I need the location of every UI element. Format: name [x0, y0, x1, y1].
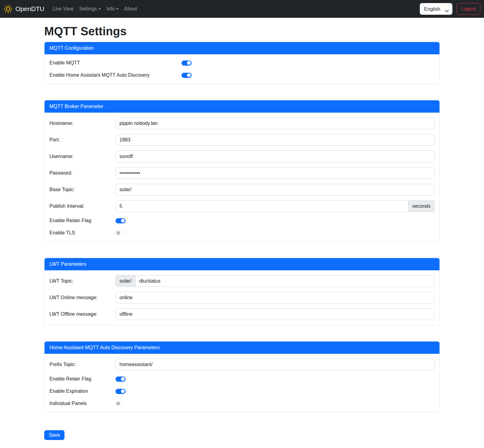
row-enable-mqtt: Enable MQTT	[49, 59, 435, 67]
nav-item-info[interactable]: Info	[104, 4, 122, 14]
row-prefix-topic: Prefix Topic:	[49, 359, 435, 370]
page-title: MQTT Settings	[44, 24, 440, 39]
ha-retain-label: Enable Retain Flag	[49, 376, 115, 382]
username-input[interactable]	[115, 151, 435, 162]
card-body-mqtt-broker: Hostname: Port: Username: Password: Base…	[45, 113, 439, 241]
card-ha-discovery: Home Assistant MQTT Auto Discovery Param…	[44, 341, 440, 412]
enable-retain-toggle[interactable]	[115, 218, 126, 223]
row-port: Port:	[49, 134, 435, 146]
toggle-knob	[187, 61, 191, 65]
row-publish-interval: Publish Interval: seconds	[49, 200, 435, 212]
publish-interval-label: Publish Interval:	[49, 203, 115, 209]
card-header-ha-discovery: Home Assistant MQTT Auto Discovery Param…	[45, 342, 439, 354]
nav-item-settings[interactable]: Settings	[76, 4, 104, 14]
card-lwt: LWT Parameters LWT Topic: solar/ LWT Onl…	[44, 258, 440, 325]
individual-panels-label: Individual Panels	[49, 401, 115, 406]
port-input[interactable]	[115, 134, 435, 146]
lwt-online-label: LWT Online message:	[49, 295, 115, 300]
nav-item-live-view[interactable]: Live View	[50, 4, 76, 14]
sun-icon	[4, 5, 13, 14]
navbar: OpenDTU Live View Settings Info About En…	[0, 0, 484, 18]
card-body-mqtt-configuration: Enable MQTT Enable Home Assistant MQTT A…	[45, 54, 439, 84]
individual-panels-toggle[interactable]	[115, 401, 126, 406]
ha-expiration-toggle[interactable]	[115, 389, 126, 394]
row-ha-expiration: Enable Expiration	[49, 388, 435, 395]
password-label: Password:	[49, 170, 115, 176]
card-mqtt-configuration: MQTT Configuration Enable MQTT Enable Ho…	[44, 42, 440, 84]
base-topic-input[interactable]	[115, 184, 435, 195]
hostname-input[interactable]	[115, 118, 435, 129]
card-header-mqtt-configuration: MQTT Configuration	[45, 42, 439, 54]
card-header-mqtt-broker: MQTT Broker Parameter	[45, 100, 439, 113]
base-topic-label: Base Topic:	[49, 187, 115, 192]
enable-mqtt-toggle[interactable]	[182, 60, 192, 66]
prefix-topic-input[interactable]	[115, 359, 435, 370]
card-mqtt-broker: MQTT Broker Parameter Hostname: Port: Us…	[44, 100, 440, 242]
lwt-topic-input[interactable]	[135, 275, 435, 287]
row-username: Username:	[49, 151, 435, 162]
enable-ha-discovery-label: Enable Home Assistant MQTT Auto Discover…	[49, 72, 182, 78]
row-base-topic: Base Topic:	[49, 184, 435, 195]
brand-label: OpenDTU	[15, 5, 45, 13]
card-header-lwt: LWT Parameters	[45, 258, 439, 270]
username-label: Username:	[49, 154, 115, 159]
page-container: MQTT Settings MQTT Configuration Enable …	[44, 18, 440, 440]
row-enable-ha-discovery: Enable Home Assistant MQTT Auto Discover…	[49, 71, 435, 79]
toggle-knob	[116, 402, 120, 405]
ha-retain-toggle[interactable]	[115, 377, 126, 382]
language-select-wrapper: English	[420, 3, 452, 15]
row-ha-retain: Enable Retain Flag	[49, 375, 435, 383]
enable-tls-label: Enable TLS	[49, 230, 115, 236]
publish-interval-unit: seconds	[408, 200, 435, 212]
port-label: Port:	[49, 137, 115, 143]
row-lwt-online: LWT Online message:	[49, 292, 435, 303]
row-lwt-offline: LWT Offline message:	[49, 308, 435, 320]
prefix-topic-label: Prefix Topic:	[49, 362, 115, 367]
card-body-lwt: LWT Topic: solar/ LWT Online message: LW…	[45, 270, 439, 325]
hostname-label: Hostname:	[49, 121, 115, 126]
lwt-online-input[interactable]	[115, 292, 435, 303]
lwt-offline-input[interactable]	[115, 308, 435, 320]
language-select[interactable]: English	[420, 3, 452, 15]
password-input[interactable]	[115, 167, 435, 179]
lwt-topic-label: LWT Topic:	[49, 278, 115, 284]
toggle-knob	[116, 231, 120, 235]
enable-retain-label: Enable Retain Flag	[49, 218, 115, 223]
nav-links: Live View Settings Info About	[50, 4, 140, 14]
brand-link[interactable]: OpenDTU	[4, 5, 45, 14]
logout-button[interactable]: Logout	[457, 3, 480, 15]
toggle-knob	[187, 73, 191, 77]
toggle-knob	[121, 389, 125, 393]
enable-tls-toggle[interactable]	[115, 230, 126, 236]
row-hostname: Hostname:	[49, 118, 435, 129]
toggle-knob	[121, 219, 125, 222]
row-enable-retain: Enable Retain Flag	[49, 217, 435, 224]
lwt-topic-prefix: solar/	[115, 275, 135, 287]
row-lwt-topic: LWT Topic: solar/	[49, 275, 435, 287]
toggle-knob	[121, 377, 125, 381]
nav-item-settings-label: Settings	[79, 6, 97, 11]
row-enable-tls: Enable TLS	[49, 229, 435, 237]
caret-down-icon	[116, 8, 119, 10]
publish-interval-input[interactable]	[115, 200, 408, 212]
row-password: Password:	[49, 167, 435, 179]
ha-expiration-label: Enable Expiration	[49, 388, 115, 394]
row-individual-panels: Individual Panels	[49, 400, 435, 407]
caret-down-icon	[99, 8, 101, 10]
enable-ha-discovery-toggle[interactable]	[182, 73, 192, 78]
save-button[interactable]: Save	[44, 430, 64, 440]
nav-item-info-label: Info	[107, 6, 115, 11]
nav-item-about[interactable]: About	[121, 4, 140, 14]
enable-mqtt-label: Enable MQTT	[49, 60, 182, 66]
card-body-ha-discovery: Prefix Topic: Enable Retain Flag Enable …	[45, 354, 439, 412]
lwt-offline-label: LWT Offline message:	[49, 311, 115, 317]
